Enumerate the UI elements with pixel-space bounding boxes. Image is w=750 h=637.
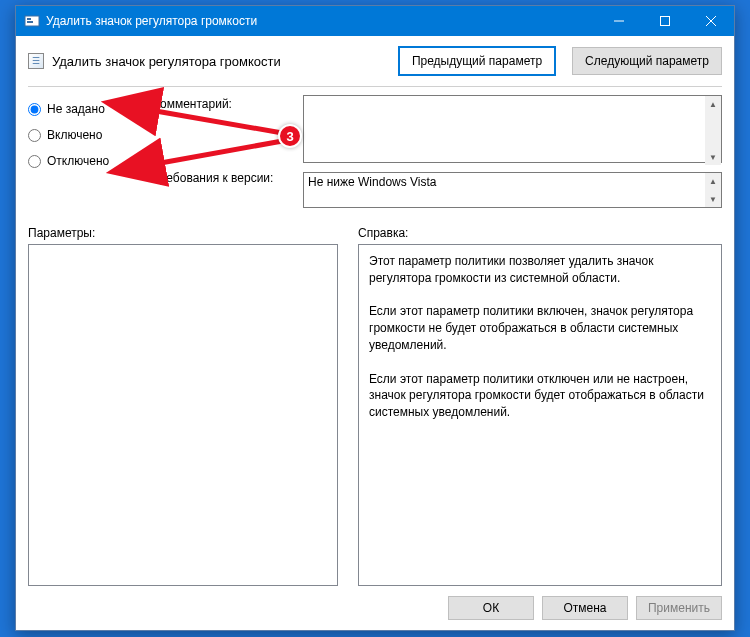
field-labels: Комментарий: Требования к версии: <box>153 95 303 208</box>
comment-input[interactable] <box>303 95 722 163</box>
scroll-down-icon[interactable]: ▼ <box>705 191 721 207</box>
footer-buttons: ОК Отмена Применить <box>28 586 722 620</box>
header-row: ☰ Удалить значок регулятора громкости Пр… <box>28 46 722 76</box>
section-labels: Параметры: Справка: <box>28 226 722 240</box>
requirements-label: Требования к версии: <box>153 171 303 185</box>
options-area: Не задано Включено Отключено Комментарий… <box>28 95 722 208</box>
maximize-button[interactable] <box>642 6 688 36</box>
scroll-up-icon[interactable]: ▲ <box>705 173 721 189</box>
titlebar: Удалить значок регулятора громкости <box>16 6 734 36</box>
help-label: Справка: <box>358 226 408 240</box>
scroll-down-icon[interactable]: ▼ <box>705 149 721 165</box>
ok-button[interactable]: ОК <box>448 596 534 620</box>
requirements-scrollbox: Не ниже Windows Vista ▲ ▼ <box>303 172 722 208</box>
next-setting-button[interactable]: Следующий параметр <box>572 47 722 75</box>
comment-label: Комментарий: <box>153 97 303 167</box>
policy-heading: Удалить значок регулятора громкости <box>52 54 382 69</box>
requirements-value: Не ниже Windows Vista <box>308 175 437 189</box>
radio-not-configured[interactable]: Не задано <box>28 102 153 116</box>
help-text: Этот параметр политики позволяет удалить… <box>369 253 711 421</box>
radio-disabled[interactable]: Отключено <box>28 154 153 168</box>
help-pane: Этот параметр политики позволяет удалить… <box>358 244 722 586</box>
radio-enabled[interactable]: Включено <box>28 128 153 142</box>
divider <box>28 86 722 87</box>
radio-enabled-input[interactable] <box>28 129 41 142</box>
window-title: Удалить значок регулятора громкости <box>46 14 596 28</box>
apply-button[interactable]: Применить <box>636 596 722 620</box>
svg-rect-1 <box>27 18 31 20</box>
field-inputs: ▲ ▼ Не ниже Windows Vista ▲ ▼ <box>303 95 722 208</box>
params-label: Параметры: <box>28 226 338 240</box>
svg-rect-2 <box>27 21 33 23</box>
scroll-up-icon[interactable]: ▲ <box>705 96 721 112</box>
policy-icon: ☰ <box>28 53 44 69</box>
params-pane <box>28 244 338 586</box>
requirements-field: Не ниже Windows Vista <box>303 172 722 208</box>
radio-disabled-input[interactable] <box>28 155 41 168</box>
cancel-button[interactable]: Отмена <box>542 596 628 620</box>
client-area: ☰ Удалить значок регулятора громкости Пр… <box>16 36 734 630</box>
radio-disabled-label: Отключено <box>47 154 109 168</box>
radio-not-configured-label: Не задано <box>47 102 105 116</box>
comment-scrollbox: ▲ ▼ <box>303 95 722 166</box>
panes-row: Этот параметр политики позволяет удалить… <box>28 244 722 586</box>
minimize-button[interactable] <box>596 6 642 36</box>
previous-setting-button[interactable]: Предыдущий параметр <box>398 46 556 76</box>
app-icon <box>24 13 40 29</box>
radio-enabled-label: Включено <box>47 128 102 142</box>
policy-editor-window: Удалить значок регулятора громкости ☰ Уд… <box>15 5 735 631</box>
close-button[interactable] <box>688 6 734 36</box>
radio-not-configured-input[interactable] <box>28 103 41 116</box>
svg-rect-4 <box>661 17 670 26</box>
radio-group: Не задано Включено Отключено <box>28 95 153 208</box>
caption-buttons <box>596 6 734 36</box>
